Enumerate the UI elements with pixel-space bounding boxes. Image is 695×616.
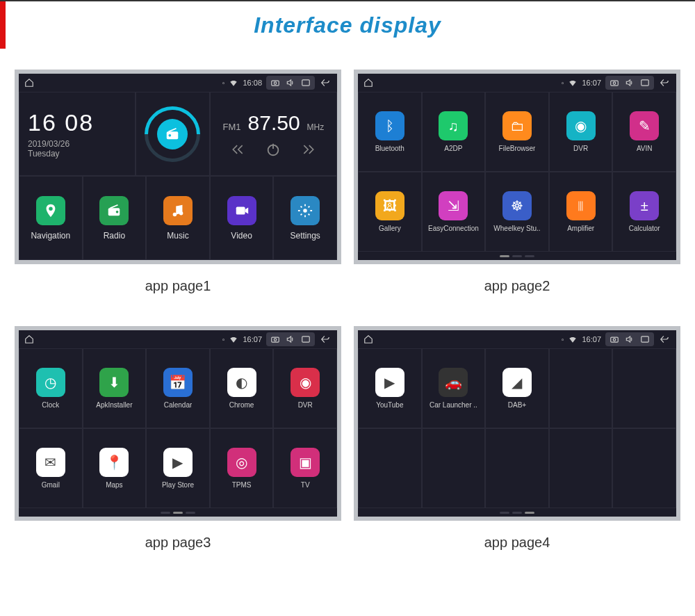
app-chrome[interactable]: ◐Chrome bbox=[210, 348, 274, 428]
svg-point-1 bbox=[274, 82, 277, 85]
app-a2dp[interactable]: ♫A2DP bbox=[422, 92, 486, 172]
camera-icon[interactable] bbox=[610, 334, 619, 344]
svg-rect-0 bbox=[272, 81, 279, 86]
caption-4: app page4 bbox=[484, 535, 550, 551]
app-calculator[interactable]: ±Calculator bbox=[612, 172, 676, 252]
caption-2: app page2 bbox=[484, 278, 550, 294]
empty-cell bbox=[612, 348, 676, 428]
app-icon: ◉ bbox=[566, 111, 596, 140]
home-tile-radio[interactable]: Radio bbox=[83, 176, 147, 260]
screen-icon[interactable] bbox=[301, 334, 311, 344]
volume-icon[interactable] bbox=[286, 334, 295, 344]
prev-icon[interactable] bbox=[231, 143, 245, 156]
app-easyconnection[interactable]: ⇲EasyConnection bbox=[422, 172, 486, 252]
svg-point-8 bbox=[173, 212, 177, 216]
empty-cell bbox=[358, 428, 422, 508]
status-time: 16:07 bbox=[582, 79, 601, 87]
app-icon: ▣ bbox=[291, 448, 320, 477]
app-maps[interactable]: 📍Maps bbox=[83, 428, 147, 508]
app-tpms[interactable]: ◎TPMS bbox=[210, 428, 274, 508]
screen-icon[interactable] bbox=[640, 334, 650, 344]
screen-icon[interactable] bbox=[301, 78, 311, 88]
back-icon[interactable] bbox=[319, 78, 332, 88]
screenshot-page4: ◦ 16:07 ▶YouTube🚗Car Launcher ..◢DAB+ bbox=[354, 326, 680, 521]
page-header: Interface display bbox=[0, 0, 695, 49]
app-label: Play Store bbox=[162, 481, 194, 489]
wifi-icon bbox=[568, 78, 578, 88]
back-icon[interactable] bbox=[658, 334, 671, 344]
app-play-store[interactable]: ▶Play Store bbox=[146, 428, 210, 508]
app-icon: ⇲ bbox=[439, 191, 468, 220]
app-icon: ◷ bbox=[36, 368, 65, 397]
page-indicator bbox=[19, 508, 337, 517]
camera-icon[interactable] bbox=[270, 78, 280, 88]
volume-icon[interactable] bbox=[625, 334, 635, 344]
app-dvr[interactable]: ◉DVR bbox=[549, 92, 613, 172]
app-avin[interactable]: ✎AVIN bbox=[612, 92, 676, 172]
app-icon: 🚗 bbox=[439, 368, 468, 397]
camera-icon[interactable] bbox=[270, 334, 280, 344]
radio-dial[interactable] bbox=[136, 92, 210, 176]
screenshot-page1: ◦ 16:08 16 08 2019/03/26 bbox=[15, 70, 341, 264]
svg-rect-12 bbox=[611, 81, 619, 86]
app-tv[interactable]: ▣TV bbox=[273, 428, 337, 508]
home-tile-video[interactable]: Video bbox=[210, 176, 274, 260]
app-label: ApkInstaller bbox=[96, 401, 132, 409]
location-icon: ◦ bbox=[562, 79, 564, 87]
app-label: Car Launcher .. bbox=[430, 401, 477, 409]
home-icon[interactable] bbox=[363, 334, 373, 344]
app-icon: ᛒ bbox=[375, 111, 404, 140]
app-label: DVR bbox=[573, 145, 588, 152]
app-calendar[interactable]: 📅Calendar bbox=[146, 348, 210, 428]
app-filebrowser[interactable]: 🗀FileBrowser bbox=[485, 92, 549, 172]
tile-label: Music bbox=[167, 231, 188, 241]
radio-info[interactable]: FM1 87.50 MHz bbox=[210, 92, 337, 176]
radio-band: FM1 bbox=[223, 122, 241, 132]
app-icon: ✉ bbox=[36, 448, 65, 477]
app-car-launcher-[interactable]: 🚗Car Launcher .. bbox=[422, 348, 486, 428]
home-icon[interactable] bbox=[363, 78, 373, 88]
wifi-icon bbox=[568, 334, 578, 344]
app-wheelkey-stu-[interactable]: ☸Wheelkey Stu.. bbox=[485, 172, 549, 252]
app-amplifier[interactable]: ⫴Amplifier bbox=[549, 172, 613, 252]
clock-widget[interactable]: 16 08 2019/03/26 Tuesday bbox=[19, 92, 136, 176]
app-icon: 🖼 bbox=[375, 191, 404, 220]
app-icon: ◎ bbox=[227, 448, 256, 477]
app-bluetooth[interactable]: ᛒBluetooth bbox=[358, 92, 422, 172]
screen-icon[interactable] bbox=[640, 78, 650, 88]
home-tile-navigation[interactable]: Navigation bbox=[19, 176, 83, 260]
app-apkinstaller[interactable]: ⬇ApkInstaller bbox=[83, 348, 147, 428]
app-label: Chrome bbox=[229, 401, 254, 409]
next-icon[interactable] bbox=[302, 143, 316, 156]
svg-point-16 bbox=[274, 339, 277, 341]
clock-day: Tuesday bbox=[28, 149, 126, 159]
back-icon[interactable] bbox=[658, 78, 671, 88]
app-clock[interactable]: ◷Clock bbox=[19, 348, 83, 428]
app-dvr[interactable]: ◉DVR bbox=[273, 348, 337, 428]
app-icon: ◐ bbox=[227, 368, 256, 397]
volume-icon[interactable] bbox=[286, 78, 295, 88]
app-label: Gallery bbox=[379, 225, 401, 232]
power-icon[interactable] bbox=[265, 142, 281, 157]
volume-icon[interactable] bbox=[625, 78, 635, 88]
app-dab-[interactable]: ◢DAB+ bbox=[485, 348, 549, 428]
app-label: Calculator bbox=[629, 225, 660, 232]
app-gallery[interactable]: 🖼Gallery bbox=[358, 172, 422, 252]
navigation-icon bbox=[36, 196, 65, 225]
screenshot-page2: ◦ 16:07 ᛒBluetooth♫A2DP🗀FileBrowser◉DVR✎… bbox=[354, 70, 680, 264]
app-youtube[interactable]: ▶YouTube bbox=[358, 348, 422, 428]
statusbar: ◦ 16:07 bbox=[358, 74, 676, 92]
back-icon[interactable] bbox=[319, 334, 332, 344]
home-icon[interactable] bbox=[24, 78, 34, 88]
home-icon[interactable] bbox=[24, 334, 34, 344]
empty-cell bbox=[549, 428, 613, 508]
app-gmail[interactable]: ✉Gmail bbox=[19, 428, 83, 508]
settings-icon bbox=[291, 196, 320, 225]
home-tile-settings[interactable]: Settings bbox=[273, 176, 337, 260]
app-icon: ⫴ bbox=[566, 191, 596, 220]
tile-label: Radio bbox=[104, 231, 125, 241]
app-label: AVIN bbox=[637, 145, 653, 152]
home-tile-music[interactable]: Music bbox=[146, 176, 210, 260]
video-icon bbox=[227, 196, 256, 225]
camera-icon[interactable] bbox=[610, 78, 619, 88]
